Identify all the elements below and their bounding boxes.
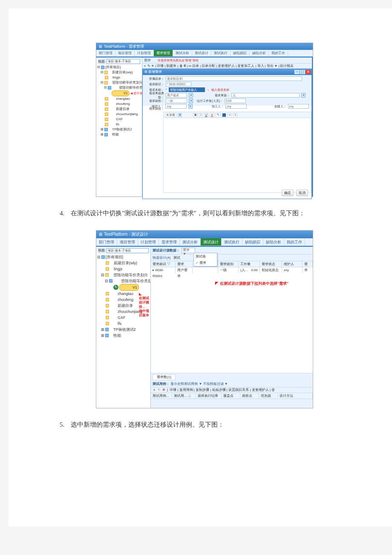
toolbar-items[interactable]: 详情 | 新建米 | 🗑 Ⅲ | m 目录 | 目录分配 | 变更维护人 | 变…	[157, 64, 294, 68]
tab-req[interactable]: 需求管理	[159, 238, 180, 246]
tab-design[interactable]: 测试设计	[192, 50, 211, 56]
tree-node[interactable]: ⊟ 登陆功能等价类划分	[97, 80, 141, 85]
col-priority[interactable]: 优先级	[259, 393, 278, 399]
size-select[interactable]: 9	[178, 113, 182, 117]
tree-node[interactable]: ⊟ [所有项目]	[97, 65, 141, 70]
col-case-id[interactable]: 测试用例...	[151, 393, 172, 399]
tab-defect-ana[interactable]: 缺陷分析	[263, 238, 284, 246]
col-cover[interactable]: 覆盖点	[222, 393, 240, 399]
color-button[interactable]: A	[210, 113, 214, 117]
view-dropdown[interactable]: 项目-版本-子项目	[107, 59, 140, 64]
owner-select[interactable]: zxy	[165, 104, 186, 109]
dd-option-req[interactable]: 需求	[194, 260, 217, 266]
tab-plan[interactable]: 计划管理	[138, 238, 159, 246]
maximize-button[interactable]: ▢	[300, 70, 305, 74]
cancel-button[interactable]: 取消	[296, 190, 308, 196]
dropdown-icon[interactable]: ▾	[301, 93, 306, 98]
tab-defect[interactable]: 缺陷跟踪	[242, 238, 263, 246]
col-work[interactable]: 工作量(人...	[239, 261, 260, 267]
dropdown-icon[interactable]: ▾	[189, 98, 193, 103]
align-center-button[interactable]: ≡	[228, 113, 232, 117]
tree-node[interactable]: lingjx	[97, 266, 150, 272]
tab-req[interactable]: 需求管理	[154, 50, 173, 56]
tab-exec[interactable]: 测试执行	[211, 50, 231, 56]
highlight-button[interactable]: ✎	[216, 113, 221, 117]
col-owner[interactable]: 维护人	[282, 261, 303, 267]
tree-node[interactable]: ⊟ 登陆功能等价类划分	[97, 272, 150, 278]
tab-analysis[interactable]: 测试分析	[173, 50, 192, 56]
tab-proj[interactable]: 项目管理	[115, 50, 135, 56]
tree-node-selected[interactable]: ↻ V1	[97, 284, 150, 291]
col-level[interactable]: 需求级别	[218, 261, 239, 267]
toolbar-items[interactable]: 详情 | 复用用例 | 复制步骤 | 粘贴步骤 | 设置跟踪关系 | 变更维护人…	[170, 387, 275, 392]
name-input[interactable]: 登陆功能用户名输入	[169, 87, 205, 92]
edit-icon[interactable]: ✎	[158, 388, 161, 392]
quick-test-button[interactable]: 测试	[173, 255, 180, 260]
tab-proj[interactable]: 项目管理	[117, 238, 138, 246]
tree-node[interactable]: ⊟ 新建目录(wly)	[97, 70, 141, 75]
tab-dept[interactable]: 部门管理	[96, 50, 115, 56]
tab-defect[interactable]: 缺陷跟踪	[231, 50, 250, 56]
tree-node[interactable]: 新建目录	[97, 107, 141, 112]
font-select[interactable]: A 宋体	[165, 113, 176, 117]
tab-exec[interactable]: 测试执行	[222, 238, 242, 246]
tab-design[interactable]: 测试设计	[201, 238, 222, 246]
tree-node[interactable]: zhoufeng	[97, 101, 141, 107]
tree-node[interactable]: lfs	[97, 122, 141, 127]
dd-option-testitem[interactable]: 测试项	[194, 253, 217, 260]
dir-input[interactable]: 需求根目录\	[166, 76, 302, 81]
cases-filter[interactable]: 显示全部测试用例 ▼ 不按模板过滤 ▼	[170, 382, 228, 386]
col-result[interactable]: 最终执行结果	[196, 393, 222, 399]
italic-button[interactable]: I	[199, 113, 202, 117]
id-input[interactable]: * 0036-R0003	[166, 82, 191, 87]
dropdown-icon[interactable]: ▾	[188, 104, 193, 109]
minimize-button[interactable]: ─	[294, 70, 300, 74]
desc-textarea[interactable]	[164, 118, 311, 192]
worker-input[interactable]: zxy	[225, 104, 246, 109]
tree-node-selected[interactable]: V1 ◀选中项目版本	[97, 90, 141, 96]
bold-button[interactable]: B	[193, 113, 198, 117]
req-count-tab[interactable]: 需求数(1)	[153, 374, 176, 380]
tree-node[interactable]: ⊞ 性能	[97, 332, 150, 338]
level-select[interactable]: 一级	[166, 98, 187, 103]
col-id[interactable]: 需求标识 ▽	[151, 261, 176, 267]
close-button[interactable]: ✕	[306, 70, 311, 74]
tab-analysis[interactable]: 测试分析	[180, 238, 201, 246]
tree-node[interactable]: zhangtao	[97, 96, 141, 101]
col-req2[interactable]: 需求	[303, 261, 313, 267]
src-select[interactable]: 无	[231, 93, 300, 98]
tree-node[interactable]: lingjx	[97, 75, 141, 80]
tree-node[interactable]: ⊞ TP验收测试2	[97, 127, 141, 132]
delete-icon[interactable]: ✕	[162, 388, 165, 392]
tree-node[interactable]: ⊟ 登陆功能等价类划	[97, 278, 150, 284]
tab-plan[interactable]: 计划管理	[135, 50, 154, 56]
tab-defect-ana[interactable]: 缺陷分析	[250, 50, 269, 56]
col-observe[interactable]: 观察点	[240, 393, 259, 399]
tree-node[interactable]: ⊟ 登陆功能等价类划	[97, 85, 141, 90]
ok-button[interactable]: 确定	[282, 190, 294, 196]
srctype-select[interactable]: 用户需求	[166, 93, 187, 98]
col-case-name[interactable]: 测试用... △	[172, 393, 196, 399]
tree-node[interactable]: ⊞ 性能	[97, 132, 141, 137]
tree-node[interactable]: ⊟ [所有项目]	[97, 254, 150, 260]
grid-row[interactable]: ▸ 0036-R0001 用户需求 一级 0.00 初始化状态 zxy	[151, 267, 313, 273]
col-method[interactable]: 设计方法	[278, 393, 313, 399]
refresh-icon[interactable]: ↻	[113, 285, 118, 290]
align-left-button[interactable]: ≡	[222, 113, 226, 117]
tab-mywork[interactable]: 我的工作	[269, 50, 288, 56]
tree-node[interactable]: GXF	[97, 117, 141, 122]
underline-button[interactable]: U	[204, 113, 208, 117]
col-status[interactable]: 需求状态	[260, 261, 282, 267]
work-input[interactable]: 0.00	[225, 98, 246, 103]
col-req[interactable]: 需求	[176, 261, 193, 267]
dropdown-icon[interactable]: ▾	[189, 93, 193, 98]
tree-node[interactable]: zhouchunjiang	[97, 112, 141, 117]
tree-node[interactable]: 新建目录(wly)	[97, 260, 150, 266]
quick-design-button[interactable]: 快速设计(A)	[153, 255, 171, 260]
view-dropdown[interactable]: 项目-版本-子项目	[107, 248, 149, 253]
add-icon[interactable]: ＋	[153, 387, 156, 392]
tree-node[interactable]: ⊞ TP验收测试2	[97, 327, 150, 332]
tab-dept[interactable]: 部门管理	[96, 238, 117, 246]
tree-node[interactable]: lfs	[97, 321, 150, 327]
tab-mywork[interactable]: 我的工作	[284, 238, 305, 246]
